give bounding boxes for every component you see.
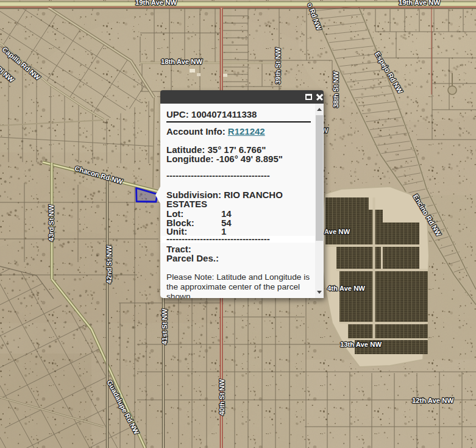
svg-text:43rd St NW: 43rd St NW — [48, 205, 55, 242]
svg-text:42nd St NW: 42nd St NW — [105, 245, 113, 283]
svg-text:38th St NW: 38th St NW — [332, 71, 339, 108]
svg-text:19th Ave NW: 19th Ave NW — [135, 0, 177, 6]
svg-text:4th Ave NW: 4th Ave NW — [327, 285, 365, 292]
svg-text:19th Ave NW: 19th Ave NW — [399, 0, 441, 6]
svg-text:39th St NW: 39th St NW — [274, 48, 282, 84]
svg-text:40th St NW: 40th St NW — [218, 379, 226, 416]
svg-text:Ave NW: Ave NW — [324, 228, 350, 235]
svg-text:13th Ave NW: 13th Ave NW — [340, 341, 382, 348]
svg-text:12th Ave NW: 12th Ave NW — [412, 397, 454, 404]
svg-text:18th Ave NW: 18th Ave NW — [161, 58, 203, 65]
svg-text:41st St NW: 41st St NW — [161, 308, 168, 344]
